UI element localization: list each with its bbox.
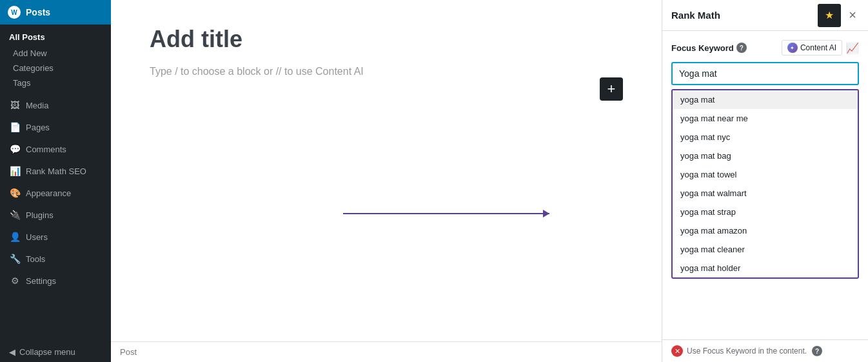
suggestion-item[interactable]: yoga mat towel xyxy=(673,165,858,184)
focus-keyword-row: Focus Keyword ? ✦ Content AI 📈 xyxy=(671,40,859,55)
pages-label: Pages xyxy=(26,123,50,132)
error-icon: ✕ xyxy=(671,345,683,357)
collapse-menu-button[interactable]: ◀ Collapse menu xyxy=(0,342,111,362)
users-icon: 👤 xyxy=(9,231,21,243)
sidebar-item-tools[interactable]: 🔧 Tools xyxy=(0,248,111,270)
suggestion-item[interactable]: yoga mat walmart xyxy=(673,184,858,203)
media-label: Media xyxy=(26,101,48,110)
sidebar-item-pages[interactable]: 📄 Pages xyxy=(0,116,111,138)
rank-math-label: Rank Math SEO xyxy=(26,166,86,176)
sidebar-item-users[interactable]: 👤 Users xyxy=(0,226,111,248)
content-ai-button[interactable]: ✦ Content AI xyxy=(782,40,842,55)
suggestion-item[interactable]: yoga mat near me xyxy=(673,109,858,128)
sidebar-item-rank-math[interactable]: 📊 Rank Math SEO xyxy=(0,160,111,182)
content-ai-icon: ✦ xyxy=(787,43,798,53)
rank-math-panel: Rank Math ★ × Focus Keyword ? ✦ Content … xyxy=(662,0,868,362)
arrow-line xyxy=(343,213,549,214)
close-button[interactable]: × xyxy=(846,5,859,25)
pages-icon: 📄 xyxy=(9,121,21,133)
settings-icon: ⚙ xyxy=(9,275,21,287)
settings-label: Settings xyxy=(26,276,56,286)
wordpress-icon: W xyxy=(8,6,21,19)
add-title-placeholder[interactable]: Add title xyxy=(150,26,623,53)
media-icon: 🖼 xyxy=(9,99,21,111)
sidebar: W Posts All Posts Add New Categories Tag… xyxy=(0,0,111,362)
plugins-icon: 🔌 xyxy=(9,209,21,221)
suggestion-item[interactable]: yoga mat amazon xyxy=(673,221,858,240)
users-label: Users xyxy=(26,232,48,242)
sidebar-item-media[interactable]: 🖼 Media xyxy=(0,94,111,116)
panel-title: Rank Math xyxy=(671,10,720,21)
sidebar-item-settings[interactable]: ⚙ Settings xyxy=(0,270,111,292)
arrow-annotation xyxy=(343,213,549,214)
suggestion-item[interactable]: yoga mat holder xyxy=(673,259,858,277)
content-placeholder[interactable]: Type / to choose a block or // to use Co… xyxy=(150,66,623,77)
editor-area: Add title Type / to choose a block or //… xyxy=(111,0,662,341)
tools-icon: 🔧 xyxy=(9,253,21,265)
main-editor: Add title Type / to choose a block or //… xyxy=(111,0,662,362)
collapse-icon: ◀ xyxy=(9,347,15,357)
appearance-icon: 🎨 xyxy=(9,187,21,199)
comments-icon: 💬 xyxy=(9,143,21,155)
sidebar-header: W Posts xyxy=(0,0,111,25)
footer-help-icon[interactable]: ? xyxy=(812,346,822,356)
add-block-button[interactable]: + xyxy=(600,77,623,101)
panel-header: Rank Math ★ × xyxy=(662,0,868,31)
editor-footer: Post xyxy=(111,341,662,362)
footer-error-text: Use Focus Keyword in the content. xyxy=(687,347,807,356)
sidebar-posts-title: Posts xyxy=(26,7,50,17)
panel-header-actions: ★ × xyxy=(818,4,859,27)
sidebar-item-plugins[interactable]: 🔌 Plugins xyxy=(0,204,111,226)
all-posts-link[interactable]: All Posts xyxy=(0,28,111,46)
suggestion-item[interactable]: yoga mat strap xyxy=(673,203,858,221)
trend-icon[interactable]: 📈 xyxy=(846,42,859,54)
suggestion-item[interactable]: yoga mat nyc xyxy=(673,128,858,146)
collapse-label: Collapse menu xyxy=(19,347,75,357)
suggestion-item[interactable]: yoga mat bag xyxy=(673,146,858,165)
posts-section: All Posts Add New Categories Tags xyxy=(0,25,111,94)
suggestion-item[interactable]: yoga mat xyxy=(673,90,858,109)
star-button[interactable]: ★ xyxy=(818,4,841,27)
sidebar-item-comments[interactable]: 💬 Comments xyxy=(0,138,111,160)
tools-label: Tools xyxy=(26,254,45,264)
comments-label: Comments xyxy=(26,145,66,154)
keyword-input-wrapper xyxy=(671,62,859,85)
focus-keyword-label: Focus Keyword ? xyxy=(671,43,747,53)
tags-link[interactable]: Tags xyxy=(0,75,111,90)
plugins-label: Plugins xyxy=(26,210,54,220)
content-ai-label: Content AI xyxy=(800,43,836,52)
focus-keyword-input[interactable] xyxy=(671,62,859,85)
panel-body: Focus Keyword ? ✦ Content AI 📈 yoga mat … xyxy=(662,31,868,339)
focus-keyword-footer: ✕ Use Focus Keyword in the content. ? xyxy=(662,339,868,362)
suggestions-dropdown: yoga mat yoga mat near me yoga mat nyc y… xyxy=(671,89,859,279)
sidebar-item-appearance[interactable]: 🎨 Appearance xyxy=(0,182,111,204)
suggestion-item[interactable]: yoga mat cleaner xyxy=(673,240,858,259)
posts-submenu: Add New Categories Tags xyxy=(0,46,111,90)
focus-keyword-help-icon[interactable]: ? xyxy=(736,43,747,53)
add-new-link[interactable]: Add New xyxy=(0,46,111,61)
post-label: Post xyxy=(120,347,137,357)
categories-link[interactable]: Categories xyxy=(0,61,111,75)
rank-math-icon: 📊 xyxy=(9,165,21,177)
appearance-label: Appearance xyxy=(26,188,71,198)
